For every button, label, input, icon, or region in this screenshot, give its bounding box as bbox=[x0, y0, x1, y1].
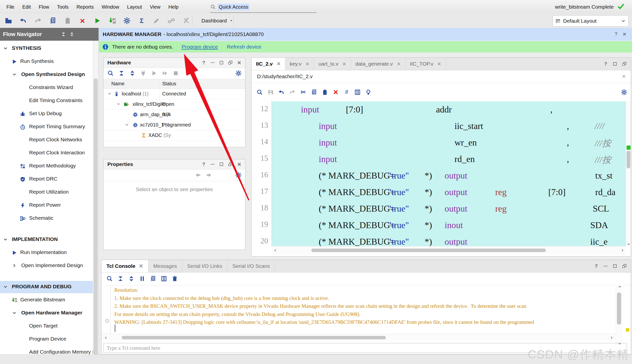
close-icon[interactable]: ✕ bbox=[437, 61, 441, 67]
sidebar-item-generate-bitstream[interactable]: 0110Generate Bitstream bbox=[0, 294, 99, 306]
search-icon[interactable] bbox=[106, 276, 113, 282]
chevron-down-icon[interactable] bbox=[116, 102, 121, 106]
expand-all-icon[interactable] bbox=[69, 32, 74, 37]
close-icon[interactable]: ✕ bbox=[343, 61, 346, 67]
sidebar-item-open-hardware-manager[interactable]: Open Hardware Manager bbox=[0, 307, 99, 319]
settings-icon[interactable] bbox=[235, 70, 242, 76]
refresh-device-link[interactable]: Refresh device bbox=[227, 44, 261, 50]
sidebar-item-report-clock-networks[interactable]: Report Clock Networks bbox=[0, 134, 99, 146]
sidebar-item-report-drc[interactable]: Report DRC bbox=[0, 173, 99, 186]
sidebar-item-report-power[interactable]: Report Power bbox=[0, 199, 99, 212]
menu-layout[interactable]: Layout bbox=[123, 4, 146, 10]
play-icon[interactable] bbox=[151, 70, 157, 76]
collapse-marker-icon[interactable] bbox=[105, 318, 109, 323]
forward-icon[interactable] bbox=[206, 172, 212, 178]
dashboard-dropdown[interactable]: Dashboard bbox=[197, 14, 237, 28]
minimize-icon[interactable]: — bbox=[210, 162, 215, 167]
console-vertical-scrollbar[interactable]: ⌃ ⌄ bbox=[616, 285, 622, 346]
scroll-right-icon[interactable]: › bbox=[611, 335, 612, 340]
float-icon[interactable] bbox=[228, 162, 233, 167]
scrollbar-thumb[interactable] bbox=[626, 151, 630, 168]
sidebar-item-schematic[interactable]: Schematic bbox=[0, 212, 99, 225]
flow-navigator-header-icons[interactable]: ?— bbox=[61, 32, 91, 37]
bitstream-icon[interactable]: 0110 bbox=[108, 17, 116, 24]
float-icon[interactable] bbox=[622, 264, 627, 268]
menu-file[interactable]: File bbox=[3, 4, 18, 10]
sidebar-item-report-timing-summary[interactable]: Report Timing Summary bbox=[0, 121, 99, 133]
pencil-button[interactable] bbox=[152, 16, 161, 26]
editor-tab-data-generate-v[interactable]: data_generate.v✕ bbox=[351, 58, 406, 70]
ff-icon[interactable] bbox=[162, 70, 168, 76]
menu-flow[interactable]: Flow bbox=[35, 4, 53, 10]
sidebar-item-constraints-wizard[interactable]: Constraints Wizard bbox=[0, 82, 99, 94]
paste-icon[interactable] bbox=[64, 17, 71, 24]
undo-icon[interactable] bbox=[20, 17, 27, 24]
hardware-row-xadc[interactable]: XADC (Sy bbox=[103, 130, 245, 141]
help-icon[interactable]: ? bbox=[78, 32, 83, 37]
redo-icon[interactable] bbox=[34, 17, 42, 24]
settings-icon[interactable] bbox=[235, 172, 242, 178]
sidebar-item-report-clock-interaction[interactable]: Report Clock Interaction bbox=[0, 147, 99, 159]
paste-icon[interactable] bbox=[322, 89, 328, 96]
sidebar-item-report-utilization[interactable]: Report Utilization bbox=[0, 186, 99, 198]
settings-icon[interactable] bbox=[123, 17, 131, 24]
sidebar-item-run-synthesis[interactable]: Run Synthesis bbox=[0, 56, 99, 68]
collapse-all-icon[interactable] bbox=[118, 70, 125, 76]
sidebar-item-program-device[interactable]: Program Device bbox=[0, 333, 99, 346]
undo-button[interactable] bbox=[18, 16, 28, 26]
chevron-down-icon[interactable] bbox=[3, 284, 8, 289]
scrollbar-thumb[interactable] bbox=[617, 292, 621, 324]
menu-edit[interactable]: Edit bbox=[18, 4, 35, 10]
paste-button[interactable] bbox=[63, 16, 73, 26]
chevron-down-icon[interactable] bbox=[12, 310, 17, 316]
sigma-icon[interactable]: Σ bbox=[138, 17, 145, 24]
scroll-left-icon[interactable]: ‹ bbox=[274, 248, 276, 253]
run-icon[interactable] bbox=[94, 17, 101, 24]
float-icon[interactable] bbox=[228, 60, 233, 65]
console-horizontal-scrollbar[interactable]: ‹ › bbox=[102, 334, 616, 341]
stop-icon[interactable] bbox=[173, 70, 179, 76]
close-icon[interactable]: ✕ bbox=[622, 31, 626, 37]
chevron-down-icon[interactable] bbox=[107, 92, 112, 96]
editor-window-controls[interactable]: ? bbox=[603, 58, 627, 70]
delete-icon[interactable]: × bbox=[79, 17, 86, 24]
close-icon[interactable]: ✕ bbox=[622, 74, 626, 80]
sidebar-item-open-target[interactable]: Open Target bbox=[0, 320, 99, 332]
sidebar-item-implementation[interactable]: IMPLEMENTATION bbox=[0, 234, 99, 246]
help-icon[interactable]: ? bbox=[603, 62, 608, 66]
hardware-row-xilinx-tcf-digile[interactable]: xilinx_tcf/DigileOpen bbox=[103, 99, 245, 110]
close-icon[interactable]: × bbox=[237, 60, 242, 65]
sidebar-item-run-implementation[interactable]: Run Implementation bbox=[0, 246, 99, 259]
delete-icon[interactable]: × bbox=[333, 89, 339, 96]
bulb-icon[interactable] bbox=[365, 89, 372, 96]
chevron-down-icon[interactable] bbox=[3, 237, 8, 242]
close-icon[interactable]: ✕ bbox=[277, 61, 281, 66]
link-button[interactable] bbox=[166, 16, 176, 26]
pause-icon[interactable] bbox=[139, 276, 145, 282]
chevron-right-icon[interactable] bbox=[12, 263, 17, 268]
help-icon[interactable]: ? bbox=[594, 264, 599, 268]
redo-icon[interactable] bbox=[289, 89, 295, 96]
window-controls[interactable]: ?—× bbox=[201, 60, 242, 65]
columns-icon[interactable] bbox=[354, 89, 361, 96]
pencil-icon[interactable] bbox=[153, 17, 160, 24]
settings-icon[interactable] bbox=[621, 89, 627, 96]
sidebar-item-edit-timing-constraints[interactable]: Edit Timing Constraints bbox=[0, 95, 99, 107]
menu-view[interactable]: View bbox=[146, 4, 164, 10]
scroll-left-icon[interactable]: ‹ bbox=[105, 335, 107, 340]
editor-vertical-scrollbar[interactable]: ⌄ bbox=[625, 101, 631, 246]
code-view[interactable]: input[7:0]addr,inputiic_start,////inputw… bbox=[272, 101, 626, 247]
redo-button[interactable] bbox=[33, 16, 43, 26]
hardware-row-xc7z010-1[interactable]: xc7z010_1 (1Programmed bbox=[103, 120, 245, 130]
float-icon[interactable] bbox=[622, 62, 627, 66]
close-icon[interactable]: ✕ bbox=[139, 263, 143, 269]
quick-access-search[interactable]: Quick Access bbox=[210, 2, 317, 13]
copy-icon[interactable] bbox=[49, 17, 57, 24]
settings-button[interactable] bbox=[122, 16, 132, 26]
help-icon[interactable]: ? bbox=[201, 60, 206, 65]
collapse-all-icon[interactable] bbox=[61, 32, 66, 37]
copy-icon[interactable] bbox=[150, 276, 156, 282]
sidebar-item-synthesis[interactable]: SYNTHESIS bbox=[0, 42, 99, 55]
maximize-icon[interactable] bbox=[612, 62, 617, 66]
search-icon[interactable] bbox=[107, 70, 114, 76]
